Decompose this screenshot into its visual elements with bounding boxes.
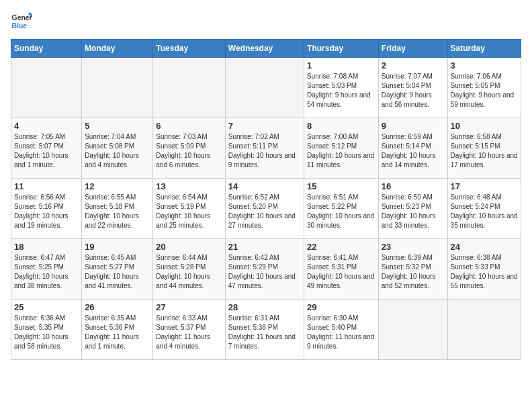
day-info: Sunrise: 7:07 AM Sunset: 5:04 PM Dayligh… [382,72,445,109]
calendar-cell: 18Sunrise: 6:47 AM Sunset: 5:25 PM Dayli… [11,239,82,300]
day-number: 17 [451,181,518,191]
day-number: 5 [85,121,150,131]
calendar-cell: 13Sunrise: 6:54 AM Sunset: 5:19 PM Dayli… [153,179,225,239]
day-info: Sunrise: 6:42 AM Sunset: 5:29 PM Dayligh… [228,253,301,291]
day-info: Sunrise: 6:33 AM Sunset: 5:37 PM Dayligh… [156,314,222,351]
calendar-cell: 15Sunrise: 6:51 AM Sunset: 5:22 PM Dayli… [304,179,379,239]
day-number: 3 [451,60,518,71]
day-header-wednesday: Wednesday [225,40,304,58]
day-number: 14 [228,181,301,191]
day-number: 28 [228,302,301,312]
calendar-header-row: SundayMondayTuesdayWednesdayThursdayFrid… [11,40,521,58]
day-info: Sunrise: 6:54 AM Sunset: 5:19 PM Dayligh… [156,193,222,230]
day-number: 15 [307,181,375,191]
day-info: Sunrise: 6:50 AM Sunset: 5:23 PM Dayligh… [382,193,445,230]
calendar-cell: 26Sunrise: 6:35 AM Sunset: 5:36 PM Dayli… [82,300,153,360]
day-number: 27 [156,302,222,312]
week-row-3: 11Sunrise: 6:56 AM Sunset: 5:16 PM Dayli… [11,179,521,239]
calendar-cell: 24Sunrise: 6:38 AM Sunset: 5:33 PM Dayli… [447,239,521,300]
day-info: Sunrise: 6:41 AM Sunset: 5:31 PM Dayligh… [307,253,375,291]
day-info: Sunrise: 6:48 AM Sunset: 5:24 PM Dayligh… [451,193,518,230]
calendar-cell: 10Sunrise: 6:58 AM Sunset: 5:15 PM Dayli… [447,118,521,179]
calendar-cell: 17Sunrise: 6:48 AM Sunset: 5:24 PM Dayli… [447,179,521,239]
calendar-cell: 28Sunrise: 6:31 AM Sunset: 5:38 PM Dayli… [225,300,304,360]
day-number: 19 [85,242,150,252]
day-info: Sunrise: 6:38 AM Sunset: 5:33 PM Dayligh… [451,253,518,291]
calendar-cell: 27Sunrise: 6:33 AM Sunset: 5:37 PM Dayli… [153,300,225,360]
day-info: Sunrise: 7:00 AM Sunset: 5:12 PM Dayligh… [307,132,375,170]
page-header: General Blue [11,11,521,32]
day-number: 13 [156,181,222,191]
day-number: 21 [228,242,301,252]
day-info: Sunrise: 6:52 AM Sunset: 5:20 PM Dayligh… [228,193,301,230]
day-number: 26 [85,302,150,312]
svg-marker-2 [28,12,32,15]
day-info: Sunrise: 6:35 AM Sunset: 5:36 PM Dayligh… [85,314,150,351]
calendar-cell [225,58,304,118]
day-info: Sunrise: 7:03 AM Sunset: 5:09 PM Dayligh… [156,132,222,170]
day-number: 20 [156,242,222,252]
calendar-cell: 25Sunrise: 6:36 AM Sunset: 5:35 PM Dayli… [11,300,82,360]
day-number: 9 [382,121,445,131]
day-number: 22 [307,242,375,252]
calendar-cell [11,58,82,118]
day-number: 23 [382,242,445,252]
week-row-5: 25Sunrise: 6:36 AM Sunset: 5:35 PM Dayli… [11,300,521,360]
day-info: Sunrise: 7:02 AM Sunset: 5:11 PM Dayligh… [228,132,301,170]
calendar-cell: 20Sunrise: 6:44 AM Sunset: 5:28 PM Dayli… [153,239,225,300]
calendar-cell [82,58,153,118]
day-number: 1 [307,60,375,71]
day-info: Sunrise: 6:58 AM Sunset: 5:15 PM Dayligh… [451,132,518,170]
calendar-cell: 22Sunrise: 6:41 AM Sunset: 5:31 PM Dayli… [304,239,379,300]
day-info: Sunrise: 6:39 AM Sunset: 5:32 PM Dayligh… [382,253,445,291]
day-info: Sunrise: 6:31 AM Sunset: 5:38 PM Dayligh… [228,314,301,351]
day-number: 6 [156,121,222,131]
day-info: Sunrise: 7:04 AM Sunset: 5:08 PM Dayligh… [85,132,150,170]
day-header-sunday: Sunday [11,40,82,58]
day-number: 12 [85,181,150,191]
day-number: 24 [451,242,518,252]
calendar-cell: 14Sunrise: 6:52 AM Sunset: 5:20 PM Dayli… [225,179,304,239]
day-number: 11 [14,181,79,191]
day-info: Sunrise: 6:30 AM Sunset: 5:40 PM Dayligh… [307,314,375,351]
calendar-cell [447,300,521,360]
day-info: Sunrise: 6:59 AM Sunset: 5:14 PM Dayligh… [382,132,445,170]
day-header-saturday: Saturday [447,40,521,58]
day-number: 7 [228,121,301,131]
calendar-cell: 3Sunrise: 7:06 AM Sunset: 5:05 PM Daylig… [447,58,521,118]
logo: General Blue [11,11,38,32]
svg-text:Blue: Blue [12,22,28,30]
calendar-cell: 11Sunrise: 6:56 AM Sunset: 5:16 PM Dayli… [11,179,82,239]
calendar-cell: 6Sunrise: 7:03 AM Sunset: 5:09 PM Daylig… [153,118,225,179]
day-number: 10 [451,121,518,131]
calendar-cell: 4Sunrise: 7:05 AM Sunset: 5:07 PM Daylig… [11,118,82,179]
week-row-1: 1Sunrise: 7:08 AM Sunset: 5:03 PM Daylig… [11,58,521,118]
day-number: 4 [14,121,79,131]
day-number: 8 [307,121,375,131]
day-info: Sunrise: 6:44 AM Sunset: 5:28 PM Dayligh… [156,253,222,291]
calendar-cell: 21Sunrise: 6:42 AM Sunset: 5:29 PM Dayli… [225,239,304,300]
day-header-thursday: Thursday [304,40,379,58]
calendar-cell: 29Sunrise: 6:30 AM Sunset: 5:40 PM Dayli… [304,300,379,360]
day-header-friday: Friday [378,40,447,58]
day-header-tuesday: Tuesday [153,40,225,58]
day-info: Sunrise: 6:45 AM Sunset: 5:27 PM Dayligh… [85,253,150,291]
calendar-cell: 16Sunrise: 6:50 AM Sunset: 5:23 PM Dayli… [378,179,447,239]
day-number: 2 [382,60,445,71]
day-info: Sunrise: 7:05 AM Sunset: 5:07 PM Dayligh… [14,132,79,170]
calendar-cell: 1Sunrise: 7:08 AM Sunset: 5:03 PM Daylig… [304,58,379,118]
day-info: Sunrise: 6:51 AM Sunset: 5:22 PM Dayligh… [307,193,375,230]
calendar-table: SundayMondayTuesdayWednesdayThursdayFrid… [11,39,521,360]
day-info: Sunrise: 6:56 AM Sunset: 5:16 PM Dayligh… [14,193,79,230]
calendar-cell: 9Sunrise: 6:59 AM Sunset: 5:14 PM Daylig… [378,118,447,179]
day-number: 29 [307,302,375,312]
calendar-cell: 7Sunrise: 7:02 AM Sunset: 5:11 PM Daylig… [225,118,304,179]
calendar-cell: 23Sunrise: 6:39 AM Sunset: 5:32 PM Dayli… [378,239,447,300]
day-info: Sunrise: 7:08 AM Sunset: 5:03 PM Dayligh… [307,72,375,109]
calendar-cell: 2Sunrise: 7:07 AM Sunset: 5:04 PM Daylig… [378,58,447,118]
calendar-cell: 5Sunrise: 7:04 AM Sunset: 5:08 PM Daylig… [82,118,153,179]
logo-icon: General Blue [11,11,32,32]
calendar-cell: 12Sunrise: 6:55 AM Sunset: 5:18 PM Dayli… [82,179,153,239]
day-number: 18 [14,242,79,252]
week-row-2: 4Sunrise: 7:05 AM Sunset: 5:07 PM Daylig… [11,118,521,179]
